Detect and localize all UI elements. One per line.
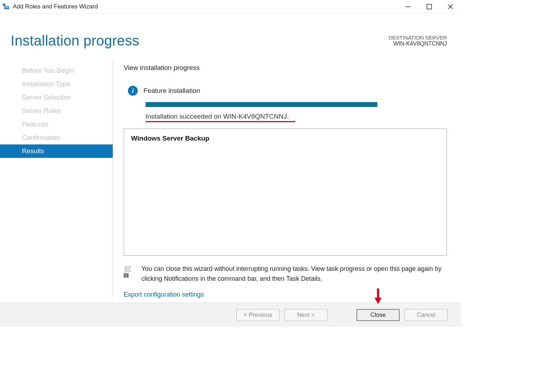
window-controls [397, 0, 461, 13]
sidebar: Before You Begin Installation Type Serve… [0, 61, 113, 298]
destination-name: WIN-K4V8QNTCNNJ [389, 41, 447, 47]
content: View installation progress i Feature ins… [113, 61, 461, 298]
destination-block: DESTINATION SERVER WIN-K4V8QNTCNNJ [389, 33, 447, 47]
title-bar: Add Roles and Features Wizard [0, 0, 461, 13]
minimize-button[interactable] [397, 0, 419, 13]
sidebar-item-before-you-begin: Before You Begin [0, 64, 113, 77]
svg-text:1: 1 [125, 274, 127, 277]
view-heading: View installation progress [124, 64, 450, 72]
sidebar-item-confirmation: Confirmation [0, 131, 113, 144]
next-button: Next > [284, 309, 328, 321]
svg-rect-0 [3, 4, 5, 6]
cancel-button: Cancel [405, 309, 448, 321]
destination-label: DESTINATION SERVER [389, 35, 447, 41]
close-button[interactable]: Close [356, 309, 400, 321]
flag-icon: 1 [124, 266, 134, 278]
sidebar-item-installation-type: Installation Type [0, 77, 113, 91]
status-row: i Feature installation [124, 86, 450, 96]
sidebar-item-results[interactable]: Results [0, 144, 113, 158]
info-icon: i [128, 86, 138, 96]
main: Before You Begin Installation Type Serve… [0, 61, 461, 298]
svg-rect-2 [5, 7, 8, 7]
app-icon [2, 3, 10, 11]
svg-rect-1 [4, 6, 9, 9]
page-title: Installation progress [11, 33, 139, 49]
maximize-button[interactable] [419, 0, 440, 13]
svg-marker-7 [125, 266, 131, 272]
sidebar-item-server-roles: Server Roles [0, 104, 113, 118]
status-label: Feature installation [143, 87, 200, 95]
progress-bar [146, 102, 377, 107]
result-feature: Windows Server Backup [131, 135, 440, 142]
window-title: Add Roles and Features Wizard [13, 3, 397, 10]
previous-button: < Previous [236, 309, 279, 321]
sidebar-item-server-selection: Server Selection [0, 91, 113, 104]
note-row: 1 You can close this wizard without inte… [124, 264, 447, 284]
footer: < Previous Next > Close Cancel [0, 303, 461, 327]
status-message: Installation succeeded on WIN-K4V8QNTCNN… [146, 113, 295, 122]
header: Installation progress DESTINATION SERVER… [0, 13, 461, 49]
sidebar-item-features: Features [0, 118, 113, 131]
export-link[interactable]: Export configuration settings [124, 291, 204, 298]
result-box: Windows Server Backup [124, 129, 447, 256]
note-text: You can close this wizard without interr… [141, 264, 447, 284]
svg-rect-4 [427, 4, 432, 9]
close-window-button[interactable] [440, 0, 461, 13]
